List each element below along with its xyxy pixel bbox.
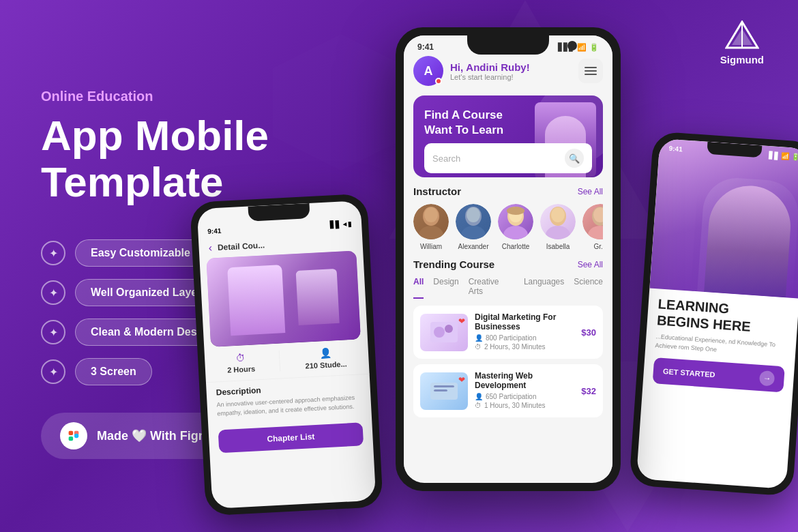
tab-creative[interactable]: Creative Arts (469, 277, 514, 299)
instructor-name-alexander: Alexander (458, 243, 488, 250)
right-status-icons: ▋▋ 📶 🔋 (768, 151, 798, 161)
svg-point-24 (434, 327, 445, 338)
right-content: LEARNING BEGINS HERE ...Educational Expe… (642, 288, 798, 400)
right-time: 9:41 (668, 145, 683, 153)
instructor-avatar-isabella (540, 204, 576, 239)
greeting-hello: Hi, Andini Ruby! (450, 61, 578, 73)
menu-button[interactable] (578, 59, 603, 83)
instructor-name-william: William (420, 243, 442, 250)
instructor-name-extra: Gr... (594, 243, 603, 250)
user-avatar: A (413, 56, 443, 86)
svg-point-8 (419, 226, 443, 239)
back-arrow-icon[interactable]: ‹ (208, 242, 212, 254)
feature-badge-1: Easy Customizable (75, 239, 206, 267)
instructor-avatar-william (413, 204, 449, 239)
main-phone: 9:41 ▋▋▋ 📶 🔋 A Hi, Andini Ruby! Let's st… (396, 27, 621, 491)
user-icon: 👤 (319, 348, 331, 359)
wifi-icon: 📶 (577, 43, 587, 52)
right-status-bar: 9:41 ▋▋ 📶 🔋 (659, 138, 798, 167)
greeting-subtitle: Let's start learning! (450, 73, 578, 81)
svg-point-25 (445, 325, 453, 333)
greeting-row: A Hi, Andini Ruby! Let's start learning! (413, 56, 603, 86)
trending-title: Trending Course (413, 258, 494, 270)
course-meta-participation-2: 👤 650 Participation (475, 393, 574, 400)
tab-design[interactable]: Design (433, 277, 458, 299)
course-card-2[interactable]: ❤ Mastering Web Development 👤 650 Partic… (413, 364, 603, 417)
feature-badge-4: 3 Screen (75, 358, 152, 385)
instructor-william: William (413, 204, 449, 250)
feature-icon-4: ✦ (41, 359, 65, 384)
search-placeholder-text: Search (432, 153, 559, 164)
svg-point-6 (74, 434, 78, 438)
instructor-name-charlotte: Charlotte (502, 243, 530, 250)
course-card-1[interactable]: ❤ Digital Marketing For Businesses 👤 800… (413, 306, 603, 359)
stat-students-val: 210 Stude... (305, 359, 347, 370)
svg-point-19 (551, 207, 565, 222)
desc-text: An innovative user-centered approach emp… (216, 393, 361, 417)
course-thumb-1: ❤ (420, 314, 468, 351)
tab-languages[interactable]: Languages (524, 277, 564, 299)
search-icon[interactable]: 🔍 (565, 149, 584, 168)
svg-point-12 (467, 207, 480, 222)
course-info-2: Mastering Web Development 👤 650 Particip… (475, 371, 574, 411)
tab-science[interactable]: Science (574, 277, 603, 299)
phone-back-right: 9:41 ▋▋ 📶 🔋 LEARNING BEGINS HERE ...Educ… (629, 131, 798, 496)
course-info-1: Digital Marketing For Businesses 👤 800 P… (475, 312, 574, 352)
svg-point-14 (503, 226, 528, 239)
duration-2: 1 Hours, 30 Minutes (484, 402, 546, 409)
title-line1: App Mobile (41, 112, 269, 159)
course-title-2: Mastering Web Development (475, 371, 574, 390)
phone-detail-course: 9:41 ▋▋ ◂ ▮ ‹ Detail Cou... Design Think… (190, 194, 383, 516)
svg-point-18 (546, 226, 570, 239)
description-section: Description An innovative user-centered … (206, 374, 372, 424)
trending-section-header: Trending Course See All (413, 258, 603, 270)
battery-icon: 🔋 (589, 43, 599, 52)
main-phone-screen: 9:41 ▋▋▋ 📶 🔋 A Hi, Andini Ruby! Let's st… (404, 35, 612, 483)
search-bar[interactable]: Search 🔍 (424, 143, 592, 173)
svg-point-11 (461, 226, 486, 239)
user-name: Andini Ruby! (466, 61, 529, 73)
course-detail-image: Design Thinking Fundamental (206, 250, 361, 346)
svg-point-16 (507, 207, 524, 215)
svg-rect-4 (69, 437, 73, 441)
status-icons: ▋▋▋ 📶 🔋 (558, 43, 599, 52)
course-banner: Find A Course Want To Learn Search 🔍 (413, 95, 603, 177)
sigmund-logo-icon (725, 20, 759, 51)
feature-icon-2: ✦ (41, 280, 65, 305)
trending-see-all[interactable]: See All (578, 260, 603, 269)
learning-subtext: ...Educational Experience, nd Knowledge … (655, 332, 786, 359)
phone-content: A Hi, Andini Ruby! Let's start learning! (404, 56, 612, 476)
instructor-alexander: Alexander (456, 204, 491, 250)
course-title-1: Digital Marketing For Businesses (475, 312, 574, 331)
greeting-text: Hi, Andini Ruby! Let's start learning! (450, 61, 578, 81)
logo-area: Sigmund (720, 20, 764, 65)
svg-rect-3 (69, 431, 73, 435)
learning-line2: BEGINS HERE (656, 312, 751, 334)
person-icon-2: 👤 (475, 393, 483, 400)
feature-icon-1: ✦ (41, 241, 65, 265)
trending-tabs: All Design Creative Arts Languages Scien… (413, 277, 603, 299)
course-meta-duration-1: ⏱ 2 Hours, 30 Minutes (475, 343, 574, 351)
hi-text: Hi, (450, 61, 466, 73)
stat-hours: ⏱ 2 Hours (226, 351, 256, 374)
instructor-see-all[interactable]: See All (578, 187, 603, 196)
participation-1: 800 Participation (486, 334, 537, 342)
banner-title: Find A Course Want To Learn (424, 108, 525, 138)
instructor-extra: Gr... (582, 204, 603, 250)
favorite-icon-2[interactable]: ❤ (458, 375, 465, 385)
feature-icon-3: ✦ (41, 320, 65, 344)
svg-point-9 (424, 207, 438, 222)
tab-all[interactable]: All (413, 277, 424, 299)
category-label: Online Education (41, 89, 327, 104)
instructors-row: William Alexander (413, 204, 603, 250)
clock-icon: ⏱ (235, 352, 246, 364)
status-time: 9:41 (417, 42, 434, 52)
chapter-list-button[interactable]: Chapter List (218, 422, 364, 453)
figma-text: Made 🤍 With Figma (97, 428, 216, 443)
get-started-button[interactable]: GET STARTED → (653, 357, 785, 392)
title-line2: Template (41, 158, 224, 205)
favorite-icon-1[interactable]: ❤ (458, 316, 465, 326)
clock-icon-1: ⏱ (475, 343, 482, 351)
clock-icon-2: ⏱ (475, 402, 482, 409)
menu-line-2 (585, 70, 597, 72)
